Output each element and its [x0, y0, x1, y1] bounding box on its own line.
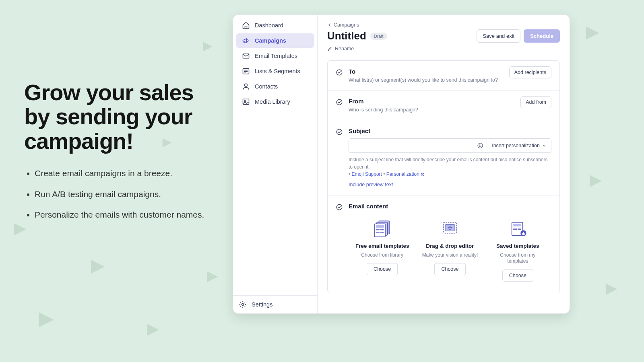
section-subtitle: Who is sending this campaign? — [349, 107, 551, 113]
svg-point-9 — [336, 70, 342, 75]
svg-point-5 — [245, 84, 248, 86]
mail-icon — [242, 52, 250, 60]
smile-icon — [477, 142, 483, 149]
choose-saved-button[interactable]: Choose — [502, 269, 533, 282]
promo-bullet: Run A/B testing email campaigns. — [35, 188, 209, 200]
choose-templates-button[interactable]: Choose — [367, 263, 398, 275]
sidebar-item-label: Settings — [252, 301, 272, 308]
check-circle-icon — [336, 204, 343, 211]
marketing-copy: Grow your sales by sending your campaign… — [24, 80, 209, 230]
pencil-icon — [327, 46, 332, 51]
svg-point-15 — [336, 204, 342, 210]
page-title: Untitled — [327, 30, 366, 42]
promo-headline: Grow your sales by sending your campaign… — [24, 80, 209, 153]
choose-editor-button[interactable]: Choose — [434, 263, 465, 275]
option-title: Saved templates — [490, 243, 546, 250]
option-subtitle: Make your vision a reality! — [422, 252, 478, 259]
svg-rect-29 — [514, 224, 522, 226]
help-text: Include a subject line that will briefly… — [349, 156, 551, 178]
emoji-support-link[interactable]: Emoji Support — [352, 171, 382, 177]
schedule-button[interactable]: Schedule — [524, 29, 560, 43]
promo-bullet: Create email campaigns in a breeze. — [35, 167, 209, 179]
list-icon — [242, 67, 250, 75]
svg-point-11 — [336, 129, 342, 135]
add-from-button[interactable]: Add from — [520, 96, 551, 108]
user-icon — [242, 82, 250, 90]
svg-point-13 — [479, 145, 479, 145]
section-title: Subject — [349, 128, 551, 134]
check-circle-icon — [336, 99, 343, 106]
sidebar-item-label: Campaigns — [255, 37, 286, 44]
content-option-editor: Drag & drop editor Make your vision a re… — [416, 215, 484, 286]
save-button[interactable]: Save and exit — [477, 29, 520, 43]
sidebar-item-label: Email Templates — [255, 53, 297, 59]
emoji-button[interactable] — [473, 138, 487, 153]
megaphone-icon — [242, 37, 250, 45]
main-content: Campaigns Untitled Draft Save and exit S… — [318, 15, 570, 313]
section-subject: Subject Insert personalization — [328, 120, 559, 195]
editor-icon — [422, 219, 478, 239]
app-window: Dashboard Campaigns Email Templates List… — [233, 14, 570, 314]
svg-point-14 — [481, 145, 481, 145]
svg-point-8 — [242, 304, 244, 306]
section-from: From Who is sending this campaign? Add f… — [328, 90, 559, 120]
section-title: Email content — [349, 203, 551, 210]
personalization-link[interactable]: Personalization — [386, 171, 419, 177]
campaign-card: To What list(s) or segment(s) would you … — [327, 60, 560, 293]
sidebar-item-templates[interactable]: Email Templates — [236, 49, 314, 63]
sidebar-item-contacts[interactable]: Contacts — [236, 79, 314, 94]
sidebar-item-settings[interactable]: Settings — [233, 295, 317, 313]
personalization-button[interactable]: Insert personalization — [487, 138, 551, 153]
sidebar-item-label: Contacts — [255, 83, 278, 90]
sidebar-item-campaigns[interactable]: Campaigns — [236, 33, 314, 48]
check-circle-icon — [336, 69, 343, 76]
content-option-saved: Saved templates Choose from my templates… — [484, 215, 551, 286]
sidebar-item-lists[interactable]: Lists & Segments — [236, 64, 314, 78]
check-circle-icon — [336, 128, 343, 136]
sidebar-item-media[interactable]: Media Library — [236, 95, 314, 109]
option-title: Drag & drop editor — [422, 243, 478, 250]
promo-bullet: Personalize the emails with customer nam… — [35, 209, 209, 220]
external-link-icon — [421, 173, 425, 177]
add-recipients-button[interactable]: Add recipients — [509, 66, 551, 78]
breadcrumb[interactable]: Campaigns — [327, 22, 560, 28]
subject-input[interactable] — [349, 138, 473, 153]
svg-point-10 — [336, 99, 342, 105]
chevron-left-icon — [327, 23, 332, 27]
content-option-templates: Free email templates Choose from library… — [349, 215, 416, 286]
chevron-down-icon — [542, 144, 546, 148]
image-icon — [242, 98, 250, 106]
section-content: Email content Free email templates Choos… — [328, 195, 559, 293]
sidebar-item-dashboard[interactable]: Dashboard — [236, 18, 314, 33]
saved-icon — [490, 219, 546, 239]
gear-icon — [239, 300, 247, 309]
option-subtitle: Choose from my templates — [490, 252, 546, 265]
option-title: Free email templates — [354, 243, 410, 250]
templates-icon — [354, 219, 410, 239]
sidebar-item-label: Lists & Segments — [255, 68, 300, 74]
preview-text-link[interactable]: Include preview text — [349, 182, 393, 187]
breadcrumb-label: Campaigns — [334, 22, 359, 28]
sidebar-item-label: Media Library — [255, 99, 290, 105]
svg-point-7 — [244, 101, 246, 102]
option-subtitle: Choose from library — [354, 252, 410, 259]
rename-action[interactable]: Rename — [327, 46, 560, 51]
svg-rect-6 — [243, 99, 249, 104]
home-icon — [242, 21, 250, 29]
status-badge: Draft — [370, 33, 387, 40]
svg-rect-19 — [376, 225, 384, 228]
sidebar: Dashboard Campaigns Email Templates List… — [233, 15, 318, 313]
sidebar-item-label: Dashboard — [255, 22, 283, 29]
svg-point-12 — [478, 143, 483, 148]
section-to: To What list(s) or segment(s) would you … — [328, 61, 559, 90]
